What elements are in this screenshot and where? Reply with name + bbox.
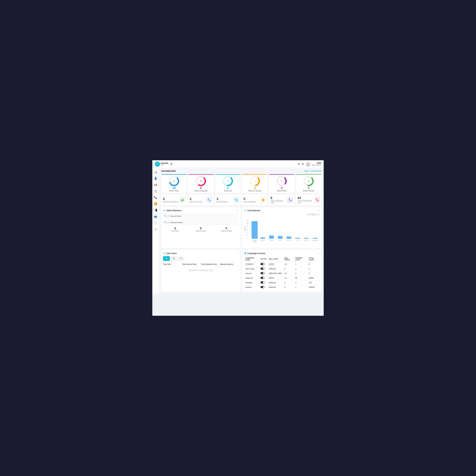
total-outbound-icon (315, 197, 320, 203)
chart-icon-menu[interactable]: ≡ (319, 213, 320, 216)
svg-text:25: 25 (247, 223, 248, 224)
inbound-sales-label: Inbound Sales (170, 215, 181, 217)
campaign-table: CAMAPIGN NAME ACTIVE DIAL LEVEL DIAL SPE… (244, 256, 320, 289)
campaign-active-cell[interactable] (259, 262, 268, 267)
campaign-active-cell[interactable] (259, 267, 268, 271)
campaign-control-panel: Campaign Control − CAMAPIGN NAME ACTIVE … (242, 250, 322, 291)
metric-value-total-inbound: 8 (271, 196, 287, 200)
svg-text:✦: ✦ (254, 180, 255, 182)
donut-active-dids: ✦ (275, 176, 288, 186)
chart-icon-zoom-in[interactable]: ⊕ (307, 213, 309, 216)
menu-toggle-button[interactable]: ☰ (170, 162, 173, 166)
campaign-active-cell[interactable] (259, 271, 268, 276)
call-count-collapse-button[interactable]: − (237, 252, 238, 255)
col-total-inbound-calls: Total Inbound Calls (182, 263, 201, 265)
outbound-sales-count: 0 (168, 221, 169, 223)
chart-icon-home[interactable]: ⌂ (317, 213, 318, 216)
topnav: DIALER KING ☰ ⚙ ⊞ 6666 Administ (152, 160, 324, 168)
stat-label-active-list: Active List (217, 190, 239, 192)
sidebar-item-agents[interactable]: 👥 (153, 214, 158, 219)
stat-card-active-ingroups: ✦ 4 Active In-Groups (242, 174, 268, 193)
metric-label-calls-ringing: CALLS RINGING (244, 201, 256, 203)
sales-statistics-title-text: Sales Statistics (166, 209, 181, 212)
svg-text:Call Back: Call Back (270, 240, 273, 241)
sidebar: 📊 👤 📢 📋 📞 🔽 📲 👥 📄 ⚙ (152, 168, 159, 293)
campaign-table-row: 1607_camp MANUAL 0 1 0 (244, 267, 320, 271)
settings-icon[interactable]: ⚙ (298, 162, 300, 166)
svg-text:✦✦: ✦✦ (173, 180, 175, 182)
stat-card-active-campaign: ✦✦ 6 Active Campaign (188, 174, 214, 193)
campaign-active-cell[interactable] (259, 276, 268, 280)
campaign-name-cell: 1607_camp (244, 267, 259, 271)
metric-text-active-calls: 2 ACTIVE CALLS (217, 197, 228, 203)
sales-metrics: 0 Total Sales 0 Inbound Sales 0 Outbound… (163, 227, 238, 232)
sales-statistics-panel: Sales Statistics − 0 Inbound Sales (161, 207, 240, 248)
sidebar-item-settings[interactable]: ⚙ (153, 226, 158, 232)
svg-text:Standings: Standings (244, 226, 246, 231)
sidebar-item-users[interactable]: 👤 (153, 175, 158, 181)
campaign-dial-level-cell: MANUAL (268, 285, 283, 289)
svg-text:Sale: Sale (297, 240, 299, 241)
campaign-active-toggle[interactable] (260, 268, 265, 270)
logo-subtext: KING (161, 164, 168, 166)
col-campaign-name: CAMAPIGN NAME (244, 256, 259, 262)
call-count-title-text: Call Count (166, 252, 177, 255)
logo-icon (155, 162, 160, 167)
campaign-hopper-level-cell: 1 (294, 267, 307, 271)
campaign-active-toggle[interactable] (260, 281, 265, 284)
campaign-dial-level-cell: INBOUND_MAN (268, 271, 283, 276)
campaign-name-cell: testcamp (244, 280, 259, 285)
campaign-table-row: 12345678 RATIO 1.0 1 6 (244, 262, 320, 267)
sidebar-item-filter[interactable]: 🔽 (153, 201, 158, 206)
chart-icon-download[interactable]: ⬇ (314, 213, 316, 216)
metric-value-agents-in-call: 2 (190, 197, 203, 201)
campaign-dial-speed-cell: 1.0 (283, 276, 294, 280)
metric-value-active-calls: 2 (217, 197, 228, 201)
campaign-hopper-level-cell: 1 (294, 280, 307, 285)
campaign-dial-speed-cell: 0 (283, 280, 294, 285)
campaign-active-toggle[interactable] (260, 263, 265, 265)
sidebar-item-reports[interactable]: 📄 (153, 220, 158, 226)
metric-card-agents-in-call: 2 AGENTS IN-CALL (188, 195, 214, 205)
sales-statistics-collapse-button[interactable]: − (237, 209, 238, 212)
call-count-tab-bar[interactable] (178, 256, 184, 261)
grid-icon[interactable]: ⊞ (302, 162, 304, 166)
bar-do-not-call (287, 237, 291, 239)
metric-text-agents-logged-in: 4 AGENTS LOGGED IN (163, 197, 178, 203)
campaign-active-cell[interactable] (259, 280, 268, 285)
campaign-active-cell[interactable] (259, 285, 268, 289)
no-activity-message: NO ACTIVITY FOR 2024-05-28 (163, 266, 238, 274)
stat-card-active-users: ✦✦ 10 Active Users (161, 174, 187, 193)
campaign-active-toggle[interactable] (260, 272, 265, 274)
campaign-control-collapse-button[interactable]: − (318, 252, 320, 255)
campaign-active-toggle[interactable] (260, 277, 265, 279)
agents-in-call-icon (206, 197, 212, 203)
metric-text-calls-ringing: 0 CALLS RINGING (244, 197, 256, 203)
call-count-panel: Call Count − (161, 250, 240, 291)
stat-cards-row: ✦✦ 10 Active Users ✦✦ 6 (161, 174, 322, 193)
svg-text:Do Not Call: Do Not Call (287, 240, 291, 241)
sidebar-item-calls[interactable]: 📞 (153, 195, 158, 200)
svg-text:Declined Sale: Declined Sale (304, 240, 309, 241)
total-sales-metric: 0 Total Sales (163, 227, 187, 232)
sidebar-item-inbound[interactable]: 📲 (153, 207, 158, 213)
donut-active-list: ✦ (221, 176, 234, 186)
call-count-tab-table[interactable] (163, 256, 170, 261)
inbound-sales-count: 0 (168, 215, 169, 217)
col-total-calls: Total Calls (163, 263, 182, 265)
call-count-tab-list[interactable] (170, 256, 177, 261)
call-statuses-collapse-button[interactable]: − (318, 209, 320, 212)
sidebar-item-campaigns[interactable]: 📢 (153, 182, 158, 187)
sidebar-item-dashboard[interactable]: 📊 (153, 169, 158, 175)
campaign-total-leads-cell: 99999 (307, 276, 320, 280)
campaign-active-toggle[interactable] (260, 286, 265, 288)
col-total-leads: TOTAL LEADS (307, 256, 320, 262)
sidebar-item-lists[interactable]: 📋 (153, 188, 158, 194)
svg-text:15: 15 (247, 229, 248, 230)
chart-icon-pan[interactable]: 🔍 (311, 213, 314, 216)
campaign-total-leads-cell: 153 (307, 280, 320, 285)
campaign-dial-speed-cell: 1.0 (283, 262, 294, 267)
chart-icon-zoom-out[interactable]: ⊖ (309, 213, 311, 216)
sales-statistics-title: Sales Statistics (163, 209, 181, 212)
user-info: 6666 Administrator (306, 162, 321, 167)
